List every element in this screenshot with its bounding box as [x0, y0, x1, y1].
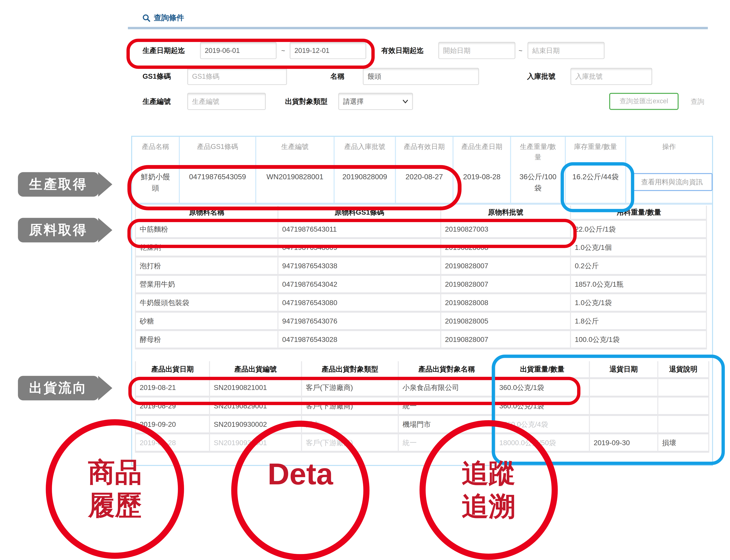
material-batch: 20190828005 [440, 313, 570, 329]
arrow-label-material-obtain: 原料取得 [18, 218, 99, 242]
shipment-target-type: 客戶(下游廠商) [301, 434, 398, 451]
table-row: 酵母粉 04719876543028 20190828007 100.0公克/1… [136, 331, 706, 350]
material-qty: 1.0公克/1個 [570, 239, 707, 255]
ship-target-type-label: 出貨對象類型 [285, 93, 327, 110]
material-gs1: 94719876543038 [277, 257, 440, 274]
materials-header-qty: 用料重量/數量 [570, 206, 707, 219]
shipment-header-return-note: 退貨說明 [657, 361, 708, 377]
materials-header-gs1: 原物料GS1條碼 [277, 206, 440, 219]
production-no-label: 生產編號 [142, 93, 171, 110]
product-cell-inbound-batch: 20190828009 [334, 167, 395, 203]
product-header-stock-qty: 庫存重量/數量 [565, 137, 625, 167]
shipment-return-note [657, 379, 708, 396]
material-batch: 20190828008 [440, 294, 570, 311]
product-header-valid-date: 產品有效日期 [395, 137, 453, 167]
production-no-input[interactable] [187, 93, 266, 110]
materials-header-row: 原物料名稱 原物料GS1條碼 原物料批號 用料重量/數量 [136, 206, 706, 221]
query-button[interactable]: 查詢 [686, 93, 709, 110]
arrow-label-shipment-flow: 出貨流向 [18, 376, 99, 400]
valid-date-to-input[interactable] [528, 42, 605, 59]
shipment-return-date [589, 379, 657, 396]
production-date-from-input[interactable] [200, 42, 276, 59]
product-cell-name: 鮮奶小饅頭 [132, 167, 179, 203]
shipment-return-date: 2019-09-30 [589, 434, 657, 451]
material-gs1: 04719876543011 [277, 221, 440, 237]
tilde-text: ~ [519, 42, 523, 59]
results-panel: 產品名稱 產品GS1條碼 生產編號 產品入庫批號 產品有效日期 產品生產日期 生… [131, 136, 713, 466]
table-row: 2019-09-20 SN20190930002 門市 機場門市 5760.0公… [136, 416, 708, 434]
shipment-qty: 360.0公克/1袋 [495, 398, 589, 414]
shipment-target-name: 機場門市 [398, 416, 495, 432]
shipment-no: SN20190829001 [209, 398, 301, 414]
table-row: 2019-08-29 SN20190829001 客戶(下游廠商) 統一 360… [136, 398, 708, 416]
product-header-production-qty: 生產重量/數量 [510, 137, 565, 167]
view-material-flow-button[interactable]: 查看用料與流向資訊 [631, 173, 712, 191]
tilde-text: ~ [281, 42, 285, 59]
shipment-header-row: 產品出貨日期 產品出貨編號 產品出貨對象類型 產品出貨對象名稱 出貨重量/數量 … [136, 361, 708, 379]
shipment-target-name: 統一 [398, 434, 495, 451]
material-qty: 1.8公斤 [570, 313, 707, 329]
arrow-label-production-obtain: 生產取得 [18, 172, 99, 197]
product-cell-production-date: 2019-08-28 [453, 167, 510, 203]
shipment-no: SN20190930001 [209, 434, 301, 451]
material-gs1: 04719876543080 [277, 294, 440, 311]
shipment-date: 2019-08-29 [136, 398, 209, 414]
shipment-header-target-name: 產品出貨對象名稱 [398, 361, 495, 377]
query-section-title: 查詢條件 [154, 13, 184, 23]
shipment-target-name: 小泉食品有限公司 [398, 379, 495, 396]
materials-header-name: 原物料名稱 [136, 206, 277, 219]
shipment-target-type: 客戶(下游廠商) [301, 398, 398, 414]
product-header-inbound-batch: 產品入庫批號 [334, 137, 395, 167]
shipment-date: 2019-09-20 [136, 416, 209, 432]
name-input[interactable] [363, 68, 479, 85]
production-date-to-input[interactable] [290, 42, 366, 59]
product-cell-production-no: WN20190828001 [255, 167, 334, 203]
shipment-return-date [589, 416, 657, 432]
production-date-label: 生產日期起迄 [142, 42, 185, 59]
shipment-return-note [657, 416, 708, 432]
table-row: 牛奶饅頭包裝袋 04719876543080 20190828008 1.0公克… [136, 294, 706, 313]
shipment-no: SN20190930002 [209, 416, 301, 432]
material-qty: 22.0公斤/1袋 [570, 221, 707, 237]
table-row: 砂糖 94719876543076 20190828005 1.8公斤 [136, 313, 706, 331]
product-header-gs1: 產品GS1條碼 [179, 137, 255, 167]
material-batch: 20190828007 [440, 276, 570, 292]
table-separator [132, 203, 712, 205]
inbound-batch-input[interactable] [571, 68, 652, 85]
product-header-actions: 操作 [625, 137, 712, 167]
gs1-input[interactable] [187, 68, 287, 85]
material-qty: 1857.0公克/1瓶 [570, 276, 707, 292]
product-cell-gs1: 04719876543059 [179, 167, 255, 203]
shipment-header-qty: 出貨重量/數量 [495, 361, 589, 377]
material-batch: 20190827003 [440, 221, 570, 237]
product-header-production-date: 產品生產日期 [453, 137, 510, 167]
shipment-target-name: 統一 [398, 398, 495, 414]
section-divider [128, 27, 708, 29]
product-cell-production-qty: 36公斤/100袋 [510, 167, 565, 203]
table-row: 2019-08-21 SN20190821001 客戶(下游廠商) 小泉食品有限… [136, 379, 708, 398]
product-table: 產品名稱 產品GS1條碼 生產編號 產品入庫批號 產品有效日期 產品生產日期 生… [132, 137, 712, 203]
valid-date-from-input[interactable] [439, 42, 515, 59]
ship-target-type-select[interactable]: 請選擇 [338, 93, 413, 110]
table-row: 泡打粉 94719876543038 20190828007 0.2公斤 [136, 257, 706, 276]
product-cell-valid-date: 2020-08-27 [395, 167, 453, 203]
material-name: 乾燥劑 [136, 239, 277, 255]
material-name: 砂糖 [136, 313, 277, 329]
material-batch: 20190828007 [440, 257, 570, 274]
table-row: 2019-09-28 SN20190930001 客戶(下游廠商) 統一 180… [136, 434, 708, 453]
material-name: 中筋麵粉 [136, 221, 277, 237]
materials-table: 原物料名稱 原物料GS1條碼 原物料批號 用料重量/數量 中筋麵粉 047198… [135, 206, 707, 350]
material-name: 酵母粉 [136, 331, 277, 348]
product-cell-actions: 查看用料與流向資訊 [625, 167, 712, 203]
shipment-date: 2019-08-21 [136, 379, 209, 396]
circle-text-line: 追溯 [462, 490, 516, 523]
table-row: 乾燥劑 04719876548009 20190828008 1.0公克/1個 [136, 239, 706, 257]
material-gs1: 04719876548009 [277, 239, 440, 255]
query-export-excel-button[interactable]: 查詢並匯出excel [609, 93, 679, 110]
valid-date-label: 有效日期起迄 [382, 42, 424, 59]
product-header-production-no: 生產編號 [255, 137, 334, 167]
shipment-qty: 360.0公克/1袋 [495, 379, 589, 396]
product-header-name: 產品名稱 [132, 137, 179, 167]
shipment-header-target-type: 產品出貨對象類型 [301, 361, 398, 377]
table-row: 營業用牛奶 04719876543042 20190828007 1857.0公… [136, 276, 706, 294]
